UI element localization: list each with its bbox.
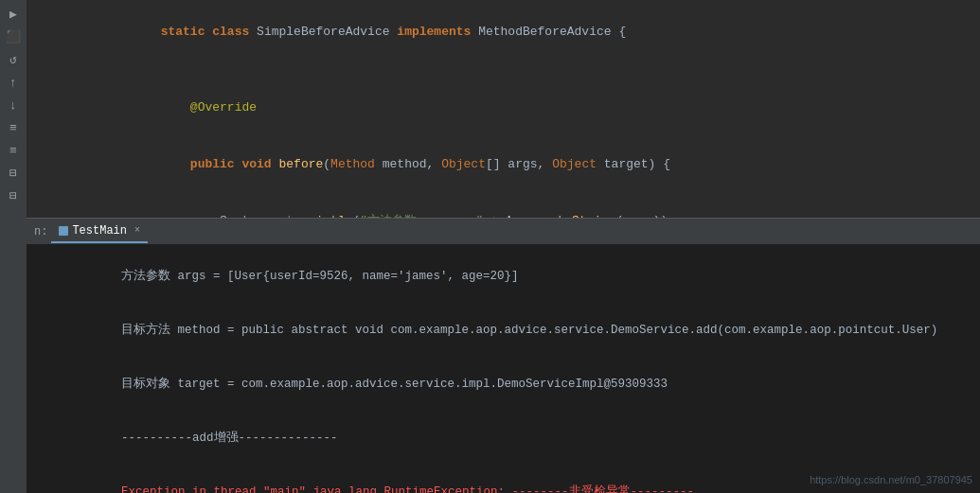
filter-icon[interactable]: ≡ [3, 117, 24, 138]
editor-area: static class SimpleBeforeAdvice implemen… [27, 0, 980, 218]
settings-icon[interactable]: ≡ [3, 140, 24, 161]
up-icon[interactable]: ↑ [3, 72, 24, 93]
watermark: https://blog.csdn.net/m0_37807945 [810, 471, 972, 489]
run-icon[interactable]: ▶ [3, 4, 24, 25]
code-text: public void before(Method method, Object… [64, 136, 980, 193]
collapse-icon[interactable]: ⊟ [3, 163, 24, 184]
code-text: System.out.println("方法参数 args = " + Arra… [64, 193, 980, 218]
terminal-tabs: n: TestMain × [27, 218, 980, 244]
left-sidebar: ▶ ⬛ ↺ ↑ ↓ ≡ ≡ ⊟ ⊟ [0, 0, 27, 493]
tab-close-button[interactable]: × [134, 225, 140, 236]
code-line [27, 61, 980, 79]
code-line: System.out.println("方法参数 args = " + Arra… [27, 193, 980, 218]
code-text [64, 61, 980, 79]
tab-name: TestMain [72, 224, 127, 238]
code-line: public void before(Method method, Object… [27, 136, 980, 193]
rerun-icon[interactable]: ↺ [3, 49, 24, 70]
main-area: static class SimpleBeforeAdvice implemen… [27, 0, 980, 493]
terminal-tab-testmain[interactable]: TestMain × [51, 220, 148, 243]
output-line-1: 方法参数 args = [User{userId=9526, name='jam… [64, 250, 972, 304]
code-text: @Override [64, 79, 980, 136]
output-line-3: 目标对象 target = com.example.aop.advice.ser… [64, 358, 972, 412]
terminal-content: 方法参数 args = [User{userId=9526, name='jam… [27, 244, 980, 493]
stop-icon[interactable]: ⬛ [3, 26, 24, 47]
output-line-2: 目标方法 method = public abstract void com.e… [64, 304, 972, 358]
terminal-label: n: [34, 225, 47, 238]
code-text: static class SimpleBeforeAdvice implemen… [64, 4, 980, 61]
tab-icon [59, 226, 68, 236]
code-line: static class SimpleBeforeAdvice implemen… [27, 4, 980, 61]
output-line-4: ----------add增强-------------- [64, 412, 972, 466]
code-line: @Override [27, 79, 980, 136]
down-icon[interactable]: ↓ [3, 95, 24, 115]
terminal-panel: n: TestMain × 方法参数 args = [User{userId=9… [27, 218, 980, 493]
expand-icon[interactable]: ⊟ [3, 185, 24, 206]
